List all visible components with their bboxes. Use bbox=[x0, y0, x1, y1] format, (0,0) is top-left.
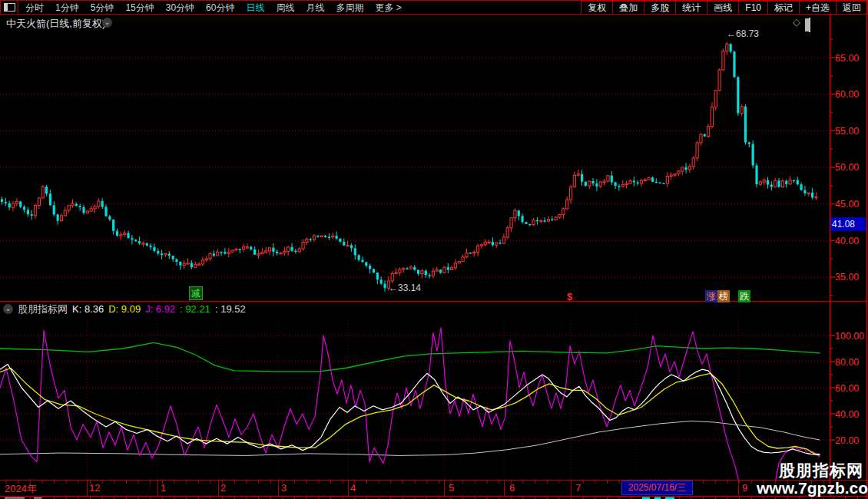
toolbar: 分时1分钟5分钟15分钟30分钟60分钟日线周线月线多周期更多 > 复权叠加多股… bbox=[0, 0, 868, 14]
indicator-value-0: K: 8.36 bbox=[72, 303, 104, 315]
date-label: 2024年 bbox=[5, 482, 37, 496]
stock-app-window: 65.0060.0055.0050.0045.0040.0035.00100.0… bbox=[0, 0, 868, 499]
indicator-chevron-icon[interactable]: ⌄ bbox=[3, 304, 13, 314]
indicator-value-2: J: 6.92 bbox=[145, 303, 175, 315]
watermark-brand: 股朋指标网 bbox=[779, 460, 863, 481]
indicator-header: ⌄ 股朋指标网 K: 8.36D: 9.09J: 6.92: 92.21: 19… bbox=[0, 302, 830, 316]
indicator-tick-label: 40.00 bbox=[835, 409, 859, 420]
action-button-叠加[interactable]: 叠加 bbox=[612, 1, 644, 15]
action-button-F10[interactable]: F10 bbox=[738, 1, 767, 15]
date-separator bbox=[87, 481, 88, 496]
indicator-tick-label: 80.00 bbox=[835, 357, 859, 368]
date-label: 4 bbox=[350, 482, 356, 494]
date-separator bbox=[738, 481, 739, 496]
page-title: 中天火箭(日线,前复权) bbox=[6, 17, 105, 31]
period-tab-60分钟[interactable]: 60分钟 bbox=[206, 1, 234, 15]
period-tab-5分钟[interactable]: 5分钟 bbox=[91, 1, 114, 15]
date-label: 12 bbox=[89, 482, 100, 494]
period-tabs: 分时1分钟5分钟15分钟30分钟60分钟日线周线月线多周期更多 > bbox=[25, 1, 402, 15]
action-button-复权[interactable]: 复权 bbox=[581, 1, 612, 15]
period-tab-日线[interactable]: 日线 bbox=[246, 1, 264, 15]
period-tab-分时[interactable]: 分时 bbox=[25, 1, 44, 15]
indicator-source-label: 股朋指标网 bbox=[18, 302, 68, 316]
diamond-icon[interactable]: ◇ bbox=[793, 16, 800, 28]
indicator-tick-label: 60.00 bbox=[835, 383, 859, 394]
date-separator bbox=[157, 481, 158, 496]
action-buttons: 复权叠加多股统计画线F10标记+自选返回 bbox=[581, 1, 868, 15]
fall-button[interactable]: 跌 bbox=[738, 290, 750, 302]
chevron-down-icon[interactable]: ⌄ bbox=[102, 18, 112, 28]
rise-rank-button[interactable]: 涨 bbox=[705, 290, 717, 302]
date-separator bbox=[218, 481, 219, 496]
date-separator bbox=[348, 481, 349, 496]
action-button-画线[interactable]: 画线 bbox=[707, 1, 738, 15]
price-tick-label: 40.00 bbox=[835, 236, 859, 246]
date-label: 9 bbox=[742, 482, 747, 494]
date-label: 5 bbox=[449, 482, 454, 494]
chart-canvas[interactable]: 65.0060.0055.0050.0045.0040.0035.00100.0… bbox=[0, 0, 868, 499]
date-separator bbox=[571, 481, 571, 496]
period-tab-1分钟[interactable]: 1分钟 bbox=[55, 1, 79, 15]
date-axis: 2025/07/16/三 2024年1212345679 bbox=[0, 481, 868, 496]
indicator-value-4: : 19.52 bbox=[215, 303, 246, 315]
last-price-label: 41.08 bbox=[830, 217, 866, 231]
period-tab-周线[interactable]: 周线 bbox=[276, 1, 294, 15]
low-annotation: ←33.14 bbox=[389, 283, 421, 293]
price-tick-label: 65.00 bbox=[835, 53, 859, 64]
indicator-value-3: : 92.21 bbox=[180, 303, 210, 315]
price-tick-label: 55.00 bbox=[835, 126, 859, 137]
period-tab-多周期[interactable]: 多周期 bbox=[336, 1, 363, 15]
date-separator bbox=[504, 481, 505, 496]
price-tick-label: 45.00 bbox=[835, 199, 859, 210]
indicator-tick-label: 20.00 bbox=[835, 435, 859, 446]
date-label: 7 bbox=[575, 482, 581, 494]
price-tick-label: 50.00 bbox=[835, 162, 859, 173]
layout-split-icon[interactable] bbox=[809, 18, 810, 32]
date-separator bbox=[444, 481, 445, 496]
date-label: 6 bbox=[509, 482, 515, 494]
date-label: 2 bbox=[220, 482, 226, 494]
period-tab-更多>[interactable]: 更多 > bbox=[375, 1, 401, 15]
watermark-url: www.7gpzb.com bbox=[757, 479, 868, 497]
price-tick-label: 35.00 bbox=[835, 272, 859, 283]
date-label: 1 bbox=[161, 482, 166, 494]
action-button-统计[interactable]: 统计 bbox=[675, 1, 707, 15]
action-button-多股[interactable]: 多股 bbox=[644, 1, 675, 15]
indicator-value-1: D: 9.09 bbox=[108, 303, 141, 315]
action-button-返回[interactable]: 返回 bbox=[836, 1, 868, 15]
period-tab-月线[interactable]: 月线 bbox=[306, 1, 324, 15]
reduce-marker: 减 bbox=[189, 286, 203, 300]
date-separator bbox=[278, 481, 279, 496]
window-split-icon[interactable] bbox=[0, 1, 18, 15]
high-annotation: ←68.73 bbox=[727, 28, 759, 39]
selected-date-label: 2025/07/16/三 bbox=[621, 481, 693, 495]
price-tick-label: 60.00 bbox=[835, 89, 859, 100]
indicator-tick-label: 100.00 bbox=[835, 331, 864, 342]
date-label: 3 bbox=[281, 482, 287, 494]
action-button-标记[interactable]: 标记 bbox=[767, 1, 799, 15]
period-tab-30分钟[interactable]: 30分钟 bbox=[166, 1, 194, 15]
title-bar: 中天火箭(日线,前复权) ⌄ ◇ bbox=[0, 15, 830, 30]
rank-button[interactable]: 榜 bbox=[717, 290, 730, 302]
action-button-add自选[interactable]: +自选 bbox=[799, 1, 836, 15]
period-tab-15分钟[interactable]: 15分钟 bbox=[125, 1, 154, 15]
